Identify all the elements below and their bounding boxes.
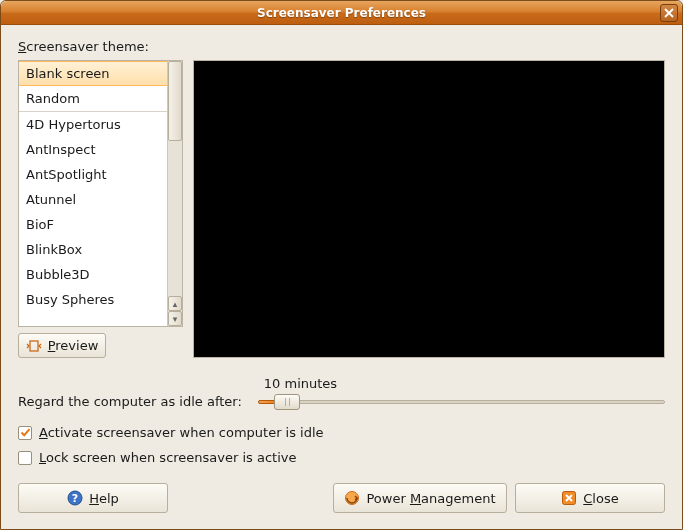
lock-label: Lock screen when screensaver is active xyxy=(39,450,297,465)
theme-label: Screensaver theme: xyxy=(18,39,665,54)
help-button[interactable]: ? Help xyxy=(18,483,168,513)
titlebar-close-button[interactable] xyxy=(660,4,678,22)
window: Screensaver Preferences Screensaver them… xyxy=(0,0,683,530)
titlebar[interactable]: Screensaver Preferences xyxy=(1,1,682,25)
scroll-up-button[interactable]: ▴ xyxy=(168,296,182,311)
list-item[interactable]: Atunnel xyxy=(19,187,167,212)
list-item[interactable]: AntInspect xyxy=(19,137,167,162)
list-item[interactable]: BioF xyxy=(19,212,167,237)
list-item[interactable]: Busy Spheres xyxy=(19,287,167,312)
idle-slider[interactable] xyxy=(258,393,665,411)
help-icon: ? xyxy=(67,490,83,506)
idle-value: 10 minutes xyxy=(264,376,665,391)
content-area: Screensaver theme: Blank screenRandom4D … xyxy=(1,25,682,529)
list-item[interactable]: Bubble3D xyxy=(19,262,167,287)
activate-checkbox[interactable] xyxy=(18,426,32,440)
window-title: Screensaver Preferences xyxy=(1,6,682,20)
svg-text:?: ? xyxy=(72,492,78,505)
preview-button[interactable]: Preview xyxy=(18,333,106,358)
list-item[interactable]: Random xyxy=(19,86,167,111)
list-item[interactable]: Blank screen xyxy=(19,61,167,86)
theme-list: Blank screenRandom4D HypertorusAntInspec… xyxy=(18,60,183,327)
power-icon xyxy=(344,490,360,506)
scroll-thumb[interactable] xyxy=(168,61,182,141)
close-button-label: Close xyxy=(583,491,618,506)
help-button-label: Help xyxy=(89,491,119,506)
close-button[interactable]: Close xyxy=(515,483,665,513)
svg-rect-0 xyxy=(30,341,38,351)
power-management-button[interactable]: Power Management xyxy=(333,483,507,513)
list-item[interactable]: BlinkBox xyxy=(19,237,167,262)
close-icon xyxy=(561,490,577,506)
scroll-down-button[interactable]: ▾ xyxy=(168,311,182,326)
lock-checkbox[interactable] xyxy=(18,451,32,465)
idle-slider-area: 10 minutes xyxy=(258,376,665,411)
close-icon xyxy=(664,8,674,18)
lock-checkbox-row[interactable]: Lock screen when screensaver is active xyxy=(18,450,665,465)
idle-label: Regard the computer as idle after: xyxy=(18,394,242,411)
power-button-label: Power Management xyxy=(366,491,495,506)
screensaver-preview xyxy=(193,60,665,358)
activate-checkbox-row[interactable]: Activate screensaver when computer is id… xyxy=(18,425,665,440)
slider-thumb[interactable] xyxy=(274,394,300,410)
scrollbar[interactable]: ▴ ▾ xyxy=(167,61,182,326)
list-item[interactable]: AntSpotlight xyxy=(19,162,167,187)
list-item[interactable]: 4D Hypertorus xyxy=(19,112,167,137)
activate-label: Activate screensaver when computer is id… xyxy=(39,425,324,440)
fullscreen-icon xyxy=(26,340,42,352)
preview-button-label: Preview xyxy=(48,338,99,353)
